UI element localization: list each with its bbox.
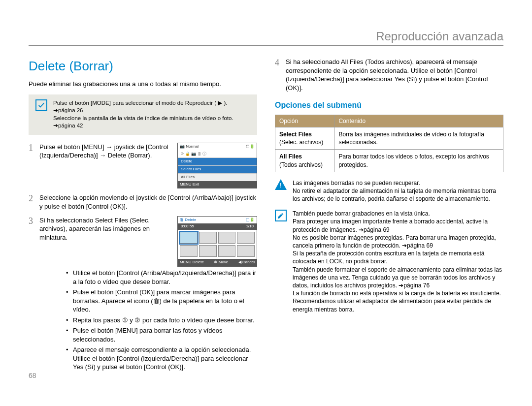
th-option: Opción <box>275 115 334 127</box>
warning-row: Las imágenes borradas no se pueden recup… <box>275 179 503 203</box>
row1-txt: Borra las imágenes individuales de vídeo… <box>334 127 503 149</box>
right-column: Si ha seleccionado All Files (Todos arch… <box>275 58 503 376</box>
left-column: Delete (Borrar) Puede eliminar las graba… <box>29 58 257 376</box>
check-icon <box>35 99 47 111</box>
info-block: También puede borrar grabaciones en la v… <box>293 210 503 313</box>
step-1: Pulse el botón [MENU] → joystick de [Con… <box>29 143 257 189</box>
row2-txt: Para borrar todos los vídeos o fotos, ex… <box>334 150 503 172</box>
step-1-text: Pulse el botón [MENU] → joystick de [Con… <box>39 143 172 160</box>
section-header: Reproducción avanzada <box>29 30 503 46</box>
step-2-text: Seleccione la opción moviendo el joystic… <box>39 193 257 211</box>
warning-icon <box>275 179 287 190</box>
info-6: La función de borrado no está operativa … <box>293 289 503 313</box>
thumb <box>199 232 217 244</box>
screen1-mode: 📷 Normal <box>180 144 199 150</box>
screen-thumbs: 🗑 Delete ▢🔋 0:00:55 1/10 <box>177 216 257 267</box>
screen2-menu: MENU <box>180 260 192 264</box>
screen2-title: Delete <box>185 218 196 222</box>
thumb-selected <box>180 232 198 244</box>
page-number: 68 <box>29 372 36 379</box>
thumb <box>180 245 198 257</box>
table-row: All Files (Todos archivos) Para borrar t… <box>275 150 503 172</box>
screen2-cancel: Cancel <box>242 260 255 264</box>
info-3: No es posible borrar imágenes protegidas… <box>293 234 503 250</box>
row1-sub: (Selec. archivos) <box>279 139 323 146</box>
info-row: También puede borrar grabaciones en la v… <box>275 210 503 313</box>
screen2-time: 0:00:55 <box>181 224 194 229</box>
screen2-counter: 1/10 <box>246 224 254 229</box>
thumb <box>218 232 236 244</box>
step-4: Si ha seleccionado All Files (Todos arch… <box>275 58 503 92</box>
screen1-exit: Exit <box>193 182 199 187</box>
step-3e: Aparece el mensaje correspondiente a la … <box>66 345 257 372</box>
options-table: Opción Contenido Select Files (Selec. ar… <box>275 115 503 172</box>
step-3-lead: Si ha seleccionado Select Files (Selec. … <box>39 216 172 242</box>
info-1: También puede borrar grabaciones en la v… <box>293 210 503 218</box>
page-title: Delete (Borrar) <box>29 58 257 75</box>
note-icon <box>275 210 287 221</box>
note-text: Pulse el botón [MODE] para seleccionar e… <box>53 99 250 130</box>
thumb <box>199 245 217 257</box>
battery-icon: ▢🔋 <box>246 144 255 150</box>
mode-note-box: Pulse el botón [MODE] para seleccionar e… <box>29 94 257 135</box>
info-2: Para proteger una imagen importante fren… <box>293 218 503 233</box>
submenu-heading: Opciones del submenú <box>275 100 503 111</box>
row1-opt: Select Files <box>279 131 312 138</box>
step-3b: Pulse el botón [Control (OK)] para marca… <box>66 288 257 314</box>
table-row: Select Files (Selec. archivos) Borra las… <box>275 127 503 149</box>
icon-row: ⟳ 🔒 📷 🗑 ⓘ <box>178 151 257 158</box>
thumb <box>237 232 255 244</box>
step-3a: Utilice el botón [Control (Arriba/Abajo/… <box>66 269 257 286</box>
step-3: Si ha seleccionado Select Files (Selec. … <box>29 216 257 372</box>
screen1-item-other: All Files <box>178 173 257 181</box>
row2-opt: All Files <box>279 153 302 160</box>
screen1-menu-btn: MENU <box>180 182 192 187</box>
info-4: Si la pestaña de protección contra escri… <box>293 250 503 265</box>
battery-icon-2: ▢🔋 <box>246 218 255 223</box>
th-content: Contenido <box>334 115 503 127</box>
thumb <box>237 245 255 257</box>
screen1-item-selected: Select Files <box>178 165 257 173</box>
step-3d: Pulse el botón [MENU] para borrar las fo… <box>66 326 257 344</box>
info-5: También puede formatear el soporte de al… <box>293 266 503 290</box>
screen2-delete: Delete <box>193 260 204 264</box>
note-line-2: Seleccione la pantalla de la vista de ín… <box>53 115 250 130</box>
screen-menu: 📷 Normal ▢🔋 ⟳ 🔒 📷 🗑 ⓘ Delete Select File… <box>177 143 257 189</box>
row2-sub: (Todos archivos) <box>279 161 323 168</box>
step-2: Seleccione la opción moviendo el joystic… <box>29 193 257 211</box>
step-3c: Repita los pasos ① y ② por cada foto o v… <box>66 316 257 325</box>
thumb <box>218 245 236 257</box>
screen1-header: Delete <box>178 157 257 165</box>
screen2-move: Move <box>219 260 229 264</box>
intro-text: Puede eliminar las grabaciones una a una… <box>29 80 257 89</box>
warning-text: Las imágenes borradas no se pueden recup… <box>293 179 503 203</box>
note-line-1: Pulse el botón [MODE] para seleccionar e… <box>53 99 250 115</box>
